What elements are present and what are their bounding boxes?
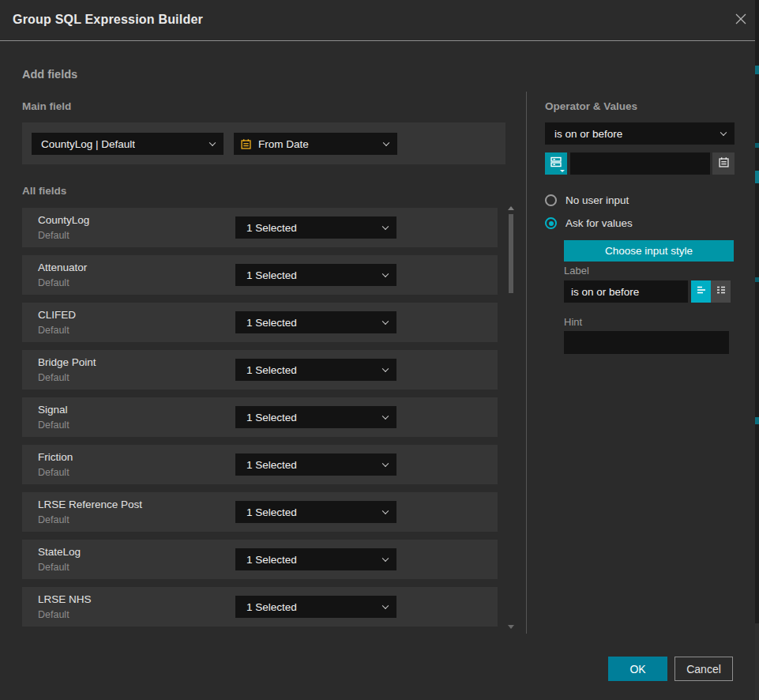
field-subtitle: Default — [38, 609, 70, 620]
field-values-dropdown-value: 1 Selected — [246, 412, 297, 423]
field-values-dropdown-value: 1 Selected — [246, 317, 297, 329]
field-name: Signal — [38, 404, 68, 416]
field-values-dropdown-value: 1 Selected — [246, 364, 297, 376]
single-line-style-button[interactable] — [691, 280, 711, 303]
field-row: StateLog Default 1 Selected — [22, 540, 498, 579]
field-name: CountyLog — [38, 214, 89, 226]
caret-down-icon — [560, 170, 565, 172]
field-subtitle: Default — [38, 514, 70, 525]
chevron-down-icon — [720, 130, 727, 136]
field-values-dropdown-value: 1 Selected — [246, 601, 297, 613]
add-fields-heading: Add fields — [22, 68, 77, 81]
field-name: Attenuator — [38, 262, 87, 273]
label-input[interactable] — [564, 280, 688, 303]
radio-no-user-input[interactable] — [545, 194, 557, 206]
field-name: CLIFED — [38, 309, 76, 321]
field-name: Friction — [38, 451, 73, 463]
scrollbar-thumb[interactable] — [509, 214, 513, 293]
chevron-down-icon — [382, 603, 389, 609]
scroll-up-icon[interactable] — [508, 206, 514, 210]
operator-dropdown-value: is on or before — [554, 128, 622, 140]
ok-button[interactable]: OK — [608, 657, 667, 681]
close-icon — [735, 13, 747, 28]
field-name: StateLog — [38, 546, 81, 558]
field-values-dropdown-value: 1 Selected — [246, 459, 297, 471]
field-row: CountyLog Default 1 Selected — [22, 208, 498, 247]
field-subtitle: Default — [38, 230, 70, 241]
date-field-dropdown[interactable]: From Date — [234, 133, 397, 155]
field-values-dropdown[interactable]: 1 Selected — [235, 359, 396, 381]
field-values-dropdown-value: 1 Selected — [246, 222, 297, 234]
field-values-dropdown[interactable]: 1 Selected — [235, 264, 396, 286]
edge-mark — [755, 66, 759, 74]
field-row: Friction Default 1 Selected — [22, 445, 498, 484]
chevron-down-icon — [382, 555, 389, 562]
edge-mark — [755, 143, 759, 148]
operator-dropdown[interactable]: is on or before — [545, 122, 735, 145]
calendar-icon — [240, 138, 252, 150]
chevron-down-icon — [382, 413, 389, 420]
field-values-dropdown[interactable]: 1 Selected — [235, 216, 396, 239]
value-input[interactable] — [570, 152, 710, 175]
main-field-heading: Main field — [22, 100, 71, 112]
chevron-down-icon — [382, 366, 389, 372]
field-values-dropdown[interactable]: 1 Selected — [235, 311, 396, 333]
calendar-icon — [718, 156, 730, 171]
layer-dropdown[interactable]: CountyLog | Default — [32, 133, 224, 155]
field-values-dropdown[interactable]: 1 Selected — [235, 406, 396, 428]
list-style-button[interactable] — [711, 280, 731, 303]
page-edge-scroll-strip — [755, 0, 759, 700]
operator-values-heading: Operator & Values — [545, 100, 637, 112]
list-icon — [715, 284, 727, 299]
value-input-type-button[interactable] — [545, 152, 567, 175]
hint-field-title: Hint — [564, 316, 582, 328]
all-fields-list: CountyLog Default 1 Selected Attenuator … — [22, 208, 498, 634]
edge-mark — [755, 277, 759, 282]
hint-input[interactable] — [564, 331, 729, 354]
field-row: Signal Default 1 Selected — [22, 397, 498, 437]
field-row: CLIFED Default 1 Selected — [22, 303, 498, 342]
field-name: Bridge Point — [38, 356, 96, 368]
field-subtitle: Default — [38, 325, 70, 336]
cancel-button[interactable]: Cancel — [674, 657, 733, 681]
field-subtitle: Default — [38, 372, 70, 383]
field-values-dropdown[interactable]: 1 Selected — [235, 453, 396, 476]
dialog-header: Group SQL Expression Builder — [0, 0, 759, 41]
layer-dropdown-value: CountyLog | Default — [41, 138, 135, 150]
field-name: LRSE NHS — [38, 593, 92, 605]
field-values-dropdown-value: 1 Selected — [246, 269, 297, 281]
field-row: Bridge Point Default 1 Selected — [22, 350, 498, 390]
group-sql-expression-builder-dialog: Group SQL Expression Builder Add fields … — [0, 0, 759, 700]
main-field-panel: CountyLog | Default From Date — [22, 122, 505, 164]
chevron-down-icon — [382, 461, 389, 467]
field-row: LRSE Reference Post Default 1 Selected — [22, 492, 498, 532]
radio-ask-for-values[interactable] — [545, 217, 557, 229]
close-button[interactable] — [734, 13, 748, 28]
chevron-down-icon — [382, 318, 389, 325]
edge-mark — [755, 171, 759, 183]
field-name: LRSE Reference Post — [38, 499, 142, 510]
scroll-down-icon[interactable] — [508, 625, 514, 629]
field-values-dropdown-value: 1 Selected — [246, 554, 297, 566]
label-field-title: Label — [564, 265, 589, 277]
field-subtitle: Default — [38, 562, 70, 573]
field-subtitle: Default — [38, 277, 70, 288]
date-picker-button[interactable] — [712, 152, 735, 175]
field-subtitle: Default — [38, 467, 70, 478]
chevron-down-icon — [382, 508, 389, 514]
chevron-down-icon — [382, 271, 389, 277]
radio-no-user-input-label[interactable]: No user input — [565, 194, 629, 206]
all-fields-heading: All fields — [22, 185, 66, 197]
panel-divider — [526, 92, 527, 634]
choose-input-style-button[interactable]: Choose input style — [564, 240, 734, 262]
field-values-dropdown[interactable]: 1 Selected — [235, 501, 396, 523]
radio-ask-for-values-label[interactable]: Ask for values — [565, 217, 633, 229]
list-values-icon — [550, 156, 562, 171]
field-values-dropdown[interactable]: 1 Selected — [235, 596, 396, 618]
edge-mark — [755, 417, 759, 424]
field-values-dropdown[interactable]: 1 Selected — [235, 548, 396, 570]
field-row: LRSE NHS Default 1 Selected — [22, 587, 498, 627]
field-subtitle: Default — [38, 420, 70, 431]
field-values-dropdown-value: 1 Selected — [246, 506, 297, 518]
field-row: Attenuator Default 1 Selected — [22, 255, 498, 295]
